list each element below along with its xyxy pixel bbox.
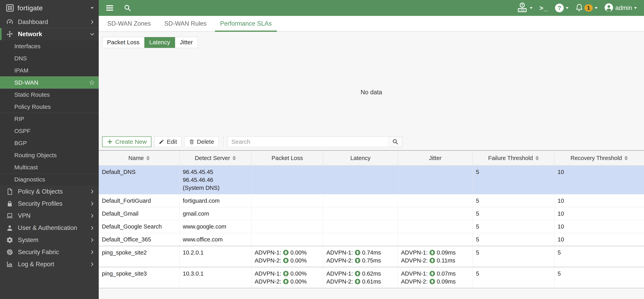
- favorite-star-icon[interactable]: ☆: [89, 79, 95, 86]
- page-tabbar: SD-WAN ZonesSD-WAN RulesPerformance SLAs: [99, 16, 644, 32]
- notification-bell-icon: [575, 3, 583, 12]
- sidebar-item-label: Static Routes: [14, 91, 50, 98]
- sidebar-item-security-fabric[interactable]: Security Fabric: [0, 246, 99, 258]
- sidebar-item-system[interactable]: System: [0, 234, 99, 246]
- cell-failure-threshold: 5: [473, 207, 554, 220]
- subtab-jitter[interactable]: Jitter: [175, 37, 198, 48]
- sidebar-item-sd-wan[interactable]: SD-WAN☆: [0, 76, 99, 88]
- sidebar-item-rip[interactable]: RIP: [0, 113, 99, 125]
- metric-value: 0.00%: [290, 270, 307, 278]
- sidebar-item-interfaces[interactable]: Interfaces: [0, 40, 99, 52]
- vdom-selector[interactable]: fortigate: [0, 0, 99, 16]
- delete-button[interactable]: Delete: [184, 136, 219, 147]
- sort-icon: [146, 156, 150, 160]
- tab-sd-wan-rules[interactable]: SD-WAN Rules: [159, 16, 212, 31]
- sidebar-item-bgp[interactable]: BGP: [0, 137, 99, 149]
- sidebar-item-ipam[interactable]: IPAM: [0, 64, 99, 76]
- metric-value: 0.62ms: [362, 270, 381, 278]
- sidebar-item-ospf[interactable]: OSPF: [0, 125, 99, 137]
- metric-value: 0.61ms: [362, 278, 381, 286]
- edit-button[interactable]: Edit: [154, 136, 182, 147]
- status-up-icon: [429, 279, 435, 285]
- sidebar-item-user-authentication[interactable]: User & Authentication: [0, 222, 99, 234]
- cell-recovery-threshold: 10: [554, 194, 644, 207]
- cell-packet-loss: [252, 233, 323, 246]
- table-row-default-fortiguard[interactable]: Default_FortiGuardfortiguard.com510: [99, 194, 644, 207]
- table-row-default-dns[interactable]: Default_DNS96.45.45.4596.45.46.46(System…: [99, 166, 644, 194]
- cell-detect-server: fortiguard.com: [180, 194, 252, 207]
- sidebar-item-vpn[interactable]: VPN: [0, 210, 99, 222]
- cell-latency: ADVPN-1:0.74msADVPN-2:0.75ms: [323, 246, 398, 267]
- sidebar-item-policy-objects[interactable]: Policy & Objects: [0, 185, 99, 198]
- cell-detect-server: www.office.com: [180, 233, 252, 246]
- global-search-icon[interactable]: [118, 0, 136, 16]
- cell-jitter: ADVPN-1:0.09msADVPN-2:0.11ms: [398, 246, 473, 267]
- sidebar-item-label: System: [18, 237, 38, 244]
- sidebar-item-label: DNS: [14, 55, 27, 62]
- cli-console-button[interactable]: >_: [539, 4, 548, 12]
- sidebar-item-label: BGP: [14, 140, 27, 147]
- cell-name: ping_spoke_site2: [99, 246, 180, 267]
- fabric-icon: [6, 249, 14, 256]
- sidebar-item-static-routes[interactable]: Static Routes: [0, 88, 99, 101]
- sidebar-item-policy-routes[interactable]: Policy Routes: [0, 101, 99, 113]
- tab-sd-wan-zones[interactable]: SD-WAN Zones: [102, 16, 156, 31]
- table-row-default-office-365[interactable]: Default_Office_365www.office.com510: [99, 233, 644, 246]
- subtab-packet-loss[interactable]: Packet Loss: [102, 37, 144, 48]
- cell-detect-server: www.google.com: [180, 220, 252, 233]
- sidebar-item-dns[interactable]: DNS: [0, 52, 99, 64]
- sidebar-item-security-profiles[interactable]: Security Profiles: [0, 198, 99, 210]
- cell-recovery-threshold: 10: [554, 207, 644, 220]
- table-row-ping-spoke-site3[interactable]: ping_spoke_site310.3.0.1ADVPN-1:0.00%ADV…: [99, 267, 644, 288]
- status-up-icon: [283, 258, 289, 264]
- sidebar-item-label: IPAM: [14, 67, 28, 74]
- sidebar-item-label: OSPF: [14, 128, 30, 134]
- detect-server-line: (System DNS): [183, 184, 249, 192]
- sidebar-item-label: Security Profiles: [18, 200, 62, 207]
- user-menu-caret-icon: [634, 7, 637, 9]
- column-header-recovery-threshold[interactable]: Recovery Threshold: [554, 151, 644, 165]
- table-row-default-google-search[interactable]: Default_Google Searchwww.google.com510: [99, 220, 644, 233]
- subtab-latency[interactable]: Latency: [144, 37, 175, 48]
- cell-jitter: [398, 233, 473, 246]
- search-button[interactable]: [388, 137, 402, 147]
- metric-value: 0.00%: [290, 257, 307, 265]
- status-up-icon: [283, 250, 289, 256]
- column-header-failure-threshold[interactable]: Failure Threshold: [473, 151, 554, 165]
- cell-packet-loss: ADVPN-1:0.00%ADVPN-2:0.00%: [252, 267, 323, 288]
- status-up-icon: [283, 271, 289, 277]
- sidebar-item-diagnostics[interactable]: Diagnostics: [0, 173, 99, 185]
- cell-detect-server: 96.45.45.4596.45.46.46(System DNS): [180, 166, 252, 194]
- sidebar-item-routing-objects[interactable]: Routing Objects: [0, 149, 99, 161]
- create-new-button[interactable]: Create New: [102, 136, 151, 147]
- sidebar: DashboardNetworkInterfacesDNSIPAMSD-WAN☆…: [0, 16, 99, 299]
- sidebar-item-multicast[interactable]: Multicast: [0, 161, 99, 173]
- cell-jitter: ADVPN-1:0.07msADVPN-2:0.09ms: [398, 267, 473, 288]
- cell-failure-threshold: 5: [473, 246, 554, 267]
- cell-detect-server: 10.2.0.1: [180, 246, 252, 267]
- help-menu[interactable]: ?: [555, 3, 568, 12]
- column-header-name[interactable]: Name: [99, 151, 180, 165]
- table-row-ping-spoke-site2[interactable]: ping_spoke_site210.2.0.1ADVPN-1:0.00%ADV…: [99, 246, 644, 267]
- notifications-menu[interactable]: 1: [575, 3, 598, 12]
- column-header-detect-server[interactable]: Detect Server: [180, 151, 252, 165]
- sort-icon: [232, 156, 236, 160]
- search-input[interactable]: [228, 137, 388, 147]
- cell-name: Default_DNS: [99, 166, 180, 194]
- chevron-right-icon: [90, 225, 95, 231]
- tab-performance-slas[interactable]: Performance SLAs: [215, 16, 277, 31]
- sidebar-item-network[interactable]: Network: [0, 28, 99, 40]
- metric-subtabs: Packet LossLatencyJitter: [102, 37, 198, 48]
- sidebar-item-log-report[interactable]: Log & Report: [0, 258, 99, 270]
- lock-icon: [6, 200, 14, 207]
- delete-label: Delete: [197, 138, 214, 145]
- detect-server-line: 96.45.46.46: [183, 176, 249, 184]
- user-menu[interactable]: admin: [604, 3, 637, 13]
- table-row-default-gmail[interactable]: Default_Gmailgmail.com510: [99, 207, 644, 220]
- user-name-label: admin: [616, 4, 632, 11]
- sidebar-item-dashboard[interactable]: Dashboard: [0, 16, 99, 28]
- cell-jitter: [398, 166, 473, 194]
- menu-collapse-icon[interactable]: [101, 0, 118, 16]
- cell-jitter: [398, 220, 473, 233]
- device-status-menu[interactable]: [517, 2, 532, 13]
